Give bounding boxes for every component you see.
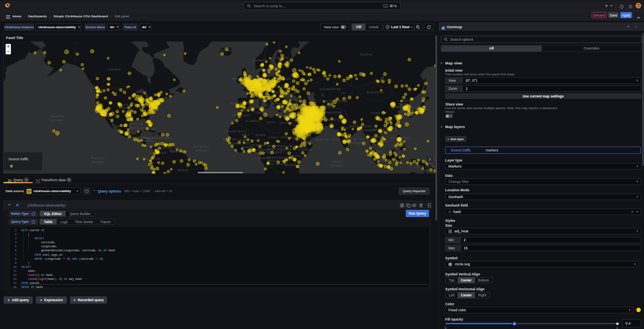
- svg-text:PacificOcean: PacificOcean: [51, 114, 65, 122]
- svg-text:NORWAY: NORWAY: [253, 59, 267, 62]
- svg-text:CHAD: CHAD: [268, 136, 277, 139]
- svg-text:BRAZIL: BRAZIL: [178, 169, 190, 172]
- svg-text:CHINA: CHINA: [370, 112, 380, 114]
- svg-text:MAURITANIA: MAURITANIA: [226, 130, 246, 133]
- svg-text:Bay ofBengal: Bay ofBengal: [350, 137, 363, 145]
- svg-text:SOMALIA: SOMALIA: [298, 148, 313, 151]
- svg-text:IndianOcean: IndianOcean: [330, 160, 343, 168]
- svg-text:LIBYA: LIBYA: [266, 121, 276, 124]
- svg-text:CANADA: CANADA: [107, 68, 121, 71]
- svg-text:Caribbean Sea: Caribbean Sea: [143, 136, 172, 140]
- svg-text:KAZAKHSTAN: KAZAKHSTAN: [320, 88, 341, 91]
- svg-text:GHANA: GHANA: [242, 146, 253, 149]
- svg-text:GREECE: GREECE: [269, 102, 283, 105]
- svg-text:ALGERIA: ALGERIA: [245, 120, 259, 122]
- svg-text:Arabian Sea: Arabian Sea: [316, 138, 340, 141]
- svg-text:PacificOcean: PacificOcean: [91, 156, 105, 164]
- svg-text:NIGER: NIGER: [256, 134, 266, 137]
- svg-text:AtlanticOcean: AtlanticOcean: [194, 145, 210, 152]
- svg-text:Gulf ofMexico: Gulf ofMexico: [130, 122, 144, 130]
- svg-text:RUSSIA: RUSSIA: [360, 53, 372, 56]
